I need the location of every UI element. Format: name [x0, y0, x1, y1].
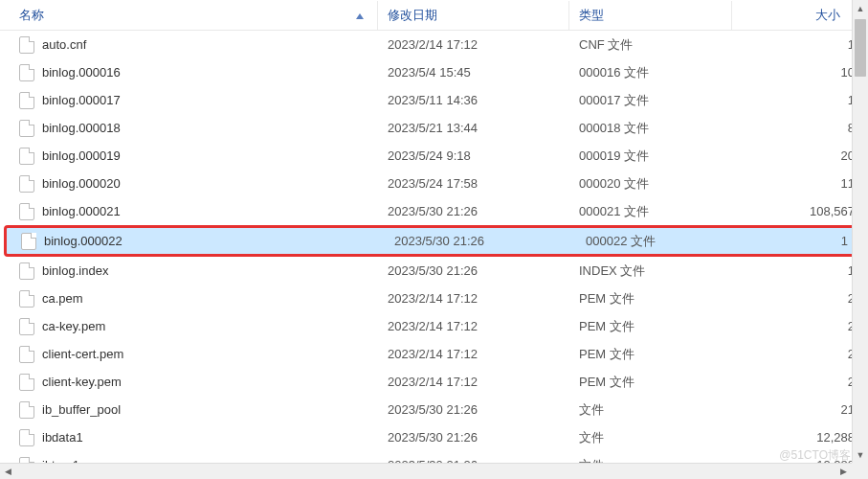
- vertical-scrollbar-thumb[interactable]: [855, 19, 866, 77]
- table-row[interactable]: binlog.0000182023/5/21 13:44000018 文件8: [0, 114, 868, 142]
- file-size-cell: 108,567: [732, 204, 868, 218]
- file-rows: auto.cnf2023/2/14 17:12CNF 文件1binlog.000…: [0, 31, 868, 479]
- file-type-cell: PEM 文件: [569, 374, 732, 391]
- scrollbar-corner: [852, 463, 868, 479]
- table-row[interactable]: binlog.0000172023/5/11 14:36000017 文件1: [0, 86, 868, 114]
- file-date-cell: 2023/5/11 14:36: [378, 93, 569, 107]
- file-type-cell: 000016 文件: [569, 64, 732, 81]
- file-name-label: binlog.000021: [42, 204, 121, 218]
- file-name-label: ibdata1: [42, 430, 83, 445]
- file-name-cell: binlog.000019: [0, 148, 378, 165]
- file-name-label: binlog.index: [42, 263, 108, 278]
- file-date-cell: 2023/5/30 21:26: [378, 430, 569, 445]
- file-name-cell: auto.cnf: [0, 36, 378, 54]
- file-date-cell: 2023/5/24 9:18: [378, 148, 569, 163]
- table-row[interactable]: ib_buffer_pool2023/5/30 21:26文件21: [0, 396, 868, 423]
- file-name-cell: ca.pem: [0, 290, 378, 308]
- vertical-scrollbar[interactable]: ▲ ▼: [852, 0, 868, 463]
- file-name-cell: binlog.000017: [0, 92, 378, 109]
- file-name-label: ca-key.pem: [42, 319, 105, 333]
- file-icon: [19, 175, 34, 193]
- file-icon: [19, 36, 34, 54]
- file-icon: [21, 233, 36, 250]
- table-row[interactable]: binlog.0000192023/5/24 9:18000019 文件20: [0, 142, 868, 170]
- file-list-container: 名称 修改日期 类型 大小 auto.cnf2023/2/14 17:12CNF…: [0, 0, 868, 479]
- file-icon: [19, 64, 34, 81]
- file-name-cell: client-cert.pem: [0, 346, 378, 363]
- table-row[interactable]: client-cert.pem2023/2/14 17:12PEM 文件2: [0, 340, 868, 368]
- file-type-cell: 000022 文件: [576, 233, 739, 250]
- file-icon: [19, 262, 34, 280]
- file-size-cell: 1: [739, 234, 861, 248]
- file-icon: [19, 429, 34, 446]
- file-type-cell: PEM 文件: [569, 290, 732, 308]
- column-header-date[interactable]: 修改日期: [378, 1, 569, 30]
- column-header-type[interactable]: 类型: [569, 1, 732, 30]
- table-row[interactable]: binlog.0000212023/5/30 21:26000021 文件108…: [0, 197, 868, 225]
- scroll-down-arrow-icon[interactable]: ▼: [853, 446, 868, 463]
- column-header-size-label: 大小: [815, 7, 840, 24]
- file-name-label: client-cert.pem: [42, 347, 123, 361]
- file-name-cell: binlog.000020: [0, 175, 378, 193]
- file-date-cell: 2023/5/4 15:45: [378, 65, 569, 80]
- file-date-cell: 2023/2/14 17:12: [378, 347, 569, 361]
- file-size-cell: 2: [732, 319, 868, 333]
- table-row[interactable]: binlog.0000202023/5/24 17:58000020 文件11: [0, 170, 868, 197]
- file-type-cell: 文件: [569, 429, 732, 446]
- file-date-cell: 2023/2/14 17:12: [378, 319, 569, 333]
- file-icon: [19, 120, 34, 137]
- file-icon: [19, 290, 34, 308]
- file-date-cell: 2023/5/30 21:26: [385, 234, 576, 248]
- column-header-type-label: 类型: [579, 7, 604, 24]
- column-header-name[interactable]: 名称: [0, 1, 378, 30]
- file-name-label: binlog.000017: [42, 93, 121, 107]
- file-size-cell: 11: [732, 176, 868, 191]
- table-row[interactable]: ca-key.pem2023/2/14 17:12PEM 文件2: [0, 312, 868, 340]
- file-name-cell: ca-key.pem: [0, 318, 378, 335]
- file-size-cell: 12,288: [732, 430, 868, 445]
- table-row[interactable]: ibdata12023/5/30 21:26文件12,288: [0, 423, 868, 451]
- file-type-cell: PEM 文件: [569, 318, 732, 335]
- column-header-size[interactable]: 大小: [732, 1, 852, 30]
- file-type-cell: 000018 文件: [569, 120, 732, 137]
- file-icon: [19, 203, 34, 220]
- file-name-label: binlog.000019: [42, 148, 121, 163]
- file-type-cell: 文件: [569, 401, 732, 419]
- file-name-cell: ibdata1: [0, 429, 378, 446]
- file-name-cell: binlog.000022: [7, 233, 385, 250]
- file-type-cell: 000021 文件: [569, 203, 732, 220]
- file-type-cell: 000017 文件: [569, 92, 732, 109]
- file-type-cell: 000020 文件: [569, 175, 732, 193]
- file-icon: [19, 148, 34, 165]
- scroll-left-arrow-icon[interactable]: ◀: [0, 464, 16, 479]
- file-date-cell: 2023/5/30 21:26: [378, 204, 569, 218]
- file-name-label: binlog.000020: [42, 176, 121, 191]
- file-size-cell: 2: [732, 291, 868, 306]
- file-name-label: ib_buffer_pool: [42, 402, 121, 417]
- table-row[interactable]: binlog.index2023/5/30 21:26INDEX 文件1: [0, 257, 868, 285]
- scroll-up-arrow-icon[interactable]: ▲: [853, 0, 868, 16]
- file-date-cell: 2023/2/14 17:12: [378, 37, 569, 52]
- horizontal-scrollbar[interactable]: ◀ ▶: [0, 463, 852, 479]
- sort-ascending-icon: [356, 11, 364, 19]
- column-header-date-label: 修改日期: [388, 7, 437, 24]
- file-date-cell: 2023/2/14 17:12: [378, 375, 569, 389]
- file-name-label: ca.pem: [42, 291, 83, 306]
- file-icon: [19, 401, 34, 419]
- table-row[interactable]: binlog.0000162023/5/4 15:45000016 文件10: [0, 58, 868, 86]
- file-date-cell: 2023/2/14 17:12: [378, 291, 569, 306]
- table-row[interactable]: ca.pem2023/2/14 17:12PEM 文件2: [0, 285, 868, 312]
- table-row[interactable]: binlog.0000222023/5/30 21:26000022 文件1: [4, 225, 864, 257]
- table-row[interactable]: auto.cnf2023/2/14 17:12CNF 文件1: [0, 31, 868, 58]
- file-date-cell: 2023/5/21 13:44: [378, 121, 569, 135]
- file-size-cell: 8: [732, 121, 868, 135]
- column-header-name-label: 名称: [19, 7, 44, 24]
- file-date-cell: 2023/5/30 21:26: [378, 263, 569, 278]
- file-name-label: auto.cnf: [42, 37, 86, 52]
- file-size-cell: 2: [732, 375, 868, 389]
- file-size-cell: 1: [732, 263, 868, 278]
- file-size-cell: 1: [732, 37, 868, 52]
- file-name-cell: ib_buffer_pool: [0, 401, 378, 419]
- table-row[interactable]: client-key.pem2023/2/14 17:12PEM 文件2: [0, 368, 868, 396]
- scroll-right-arrow-icon[interactable]: ▶: [835, 464, 852, 479]
